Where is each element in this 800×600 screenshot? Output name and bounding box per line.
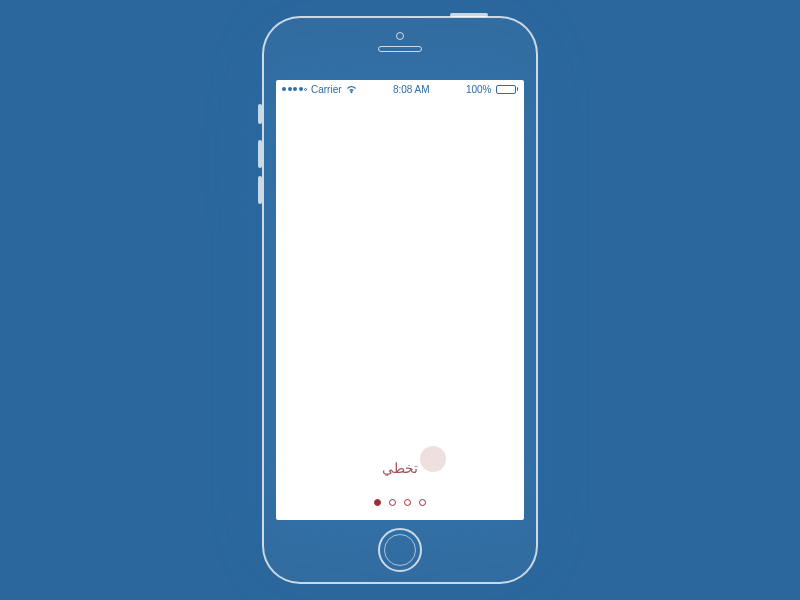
earpiece-speaker (378, 46, 422, 52)
status-bar: Carrier 8:08 AM 100% (276, 80, 524, 98)
status-right: 100% (466, 84, 518, 95)
page-dot-2[interactable] (389, 499, 396, 506)
page-dot-3[interactable] (404, 499, 411, 506)
page-dot-4[interactable] (419, 499, 426, 506)
status-left: Carrier (282, 84, 357, 95)
signal-strength-icon (282, 87, 307, 91)
wifi-icon (346, 85, 357, 94)
skip-button[interactable]: تخطي (382, 460, 418, 476)
status-time: 8:08 AM (393, 84, 430, 95)
page-indicator[interactable] (276, 499, 524, 506)
battery-icon (496, 85, 519, 94)
onboarding-content[interactable]: تخطي (276, 98, 524, 520)
app-screen: Carrier 8:08 AM 100% تخطي (276, 80, 524, 520)
page-dot-1[interactable] (374, 499, 381, 506)
phone-mockup-frame: Carrier 8:08 AM 100% تخطي (262, 16, 538, 584)
carrier-label: Carrier (311, 84, 342, 95)
front-camera (396, 32, 404, 40)
battery-percent: 100% (466, 84, 492, 95)
phone-body: Carrier 8:08 AM 100% تخطي (262, 16, 538, 584)
home-button[interactable] (378, 528, 422, 572)
